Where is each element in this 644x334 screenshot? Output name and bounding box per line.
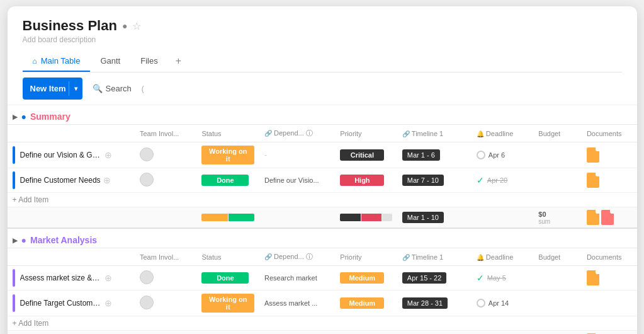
doc-cell <box>582 266 637 291</box>
summary-team-cell <box>135 207 196 229</box>
row-name-cell: Define Customer Needs ⊕ <box>8 168 135 193</box>
expand-icon-summary[interactable]: ▶ <box>13 113 18 120</box>
dep-text: Define our Visio... <box>264 176 319 184</box>
col-header-documents: Documents <box>582 248 637 266</box>
table-row: Define our Vision & Goals ⊕ Working on i… <box>8 142 637 168</box>
row-name[interactable]: Define Customer Needs <box>20 176 101 185</box>
priority-badge[interactable]: Medium <box>340 297 384 309</box>
col-header-dep: 🔗Depend... ⓘ <box>259 248 335 266</box>
doc-cell <box>582 142 637 168</box>
deadline-check: ✓ <box>477 175 484 185</box>
priority-badge[interactable]: Medium <box>340 272 384 284</box>
tab-add[interactable]: + <box>168 50 189 72</box>
col-header-status: Status <box>196 125 259 142</box>
add-item-row-summary[interactable]: + Add Item <box>8 193 637 207</box>
col-header-status: Status <box>196 248 259 266</box>
status-cell[interactable]: Done <box>196 168 259 193</box>
section-market: ▶ ● Market Analysis Team Invol... Status… <box>8 228 637 334</box>
status-badge[interactable]: Working on it <box>201 146 254 164</box>
priority-bar <box>340 214 392 221</box>
status-badge[interactable]: Done <box>201 272 249 284</box>
expand-icon-market[interactable]: ▶ <box>13 237 18 244</box>
status-badge[interactable]: Done <box>201 175 249 186</box>
tab-main-table[interactable]: ⌂ Main Table <box>23 51 91 72</box>
row-indicator <box>13 269 15 287</box>
deadline-value: May 5 <box>487 274 506 282</box>
row-name-cell: Assess market size & scope ⊕ <box>8 266 135 291</box>
timeline-cell: Mar 7 - 10 <box>397 168 472 193</box>
budget-cell <box>533 168 582 193</box>
team-cell <box>135 168 196 193</box>
status-cell[interactable]: Working on it <box>196 291 259 316</box>
summary-status-bar <box>196 207 259 229</box>
search-button[interactable]: 🔍 Search <box>88 80 137 97</box>
avatar <box>140 173 154 187</box>
deadline-circle <box>477 151 485 159</box>
new-item-button[interactable]: New Item ▾ <box>23 78 82 100</box>
search-label: Search <box>106 84 132 93</box>
add-row-icon[interactable]: ⊕ <box>103 175 111 185</box>
status-badge[interactable]: Working on it <box>201 294 254 313</box>
doc-icon[interactable] <box>601 210 614 225</box>
add-item-label[interactable]: + Add Item <box>8 193 637 207</box>
summary-deadline-cell <box>472 207 533 229</box>
budget-cell <box>533 266 582 291</box>
add-item-label[interactable]: + Add Item <box>8 316 637 331</box>
timeline-cell: Mar 1 - 6 <box>397 142 472 168</box>
summary-doc-cell <box>582 331 637 335</box>
row-name[interactable]: Assess market size & scope <box>20 274 102 282</box>
row-indicator <box>13 146 15 164</box>
doc-icon[interactable] <box>587 210 599 225</box>
table-area: ▶ ● Summary Team Invol... Status 🔗Depend… <box>8 105 637 334</box>
row-name-cell: Define Target Customer & Need ⊕ <box>8 291 135 316</box>
status-cell[interactable]: Working on it <box>196 142 259 168</box>
section-name-summary[interactable]: Summary <box>30 112 71 122</box>
doc-icon[interactable] <box>587 270 599 285</box>
deadline-cell: Apr 6 <box>472 142 533 168</box>
add-row-icon[interactable]: ⊕ <box>105 273 112 283</box>
tab-gantt[interactable]: Gantt <box>90 51 130 72</box>
info-icon[interactable]: ● <box>122 21 127 31</box>
table-row: Define Target Customer & Need ⊕ Working … <box>8 291 637 316</box>
priority-badge[interactable]: High <box>340 175 384 186</box>
bar-segment <box>340 214 360 221</box>
dep-text: Research market <box>264 274 317 282</box>
section-name-market[interactable]: Market Analysis <box>30 235 97 245</box>
add-row-icon[interactable]: ⊕ <box>105 298 112 308</box>
add-item-row-market[interactable]: + Add Item <box>8 316 637 331</box>
dep-cell: Assess market ... <box>259 291 335 316</box>
col-header-timeline: 🔗Timeline 1 <box>397 248 472 266</box>
row-name[interactable]: Define our Vision & Goals <box>20 151 102 159</box>
doc-icon[interactable] <box>587 147 599 163</box>
row-name[interactable]: Define Target Customer & Need <box>20 299 102 308</box>
col-headers-summary: Team Invol... Status 🔗Depend... ⓘ Priori… <box>8 125 637 142</box>
col-header-priority: Priority <box>335 125 397 142</box>
board-subtitle[interactable]: Add board description <box>23 35 622 44</box>
priority-cell[interactable]: High <box>335 168 397 193</box>
title-row: Business Plan ● ☆ <box>23 18 622 34</box>
priority-cell[interactable]: Medium <box>335 266 397 291</box>
priority-cell[interactable]: Medium <box>335 291 397 316</box>
col-header-name <box>8 125 135 142</box>
summary-status-bar <box>196 331 259 335</box>
priority-cell[interactable]: Critical <box>335 142 397 168</box>
new-item-arrow[interactable]: ▾ <box>69 81 82 96</box>
dep-cell: Define our Visio... <box>259 168 335 193</box>
tab-gantt-label: Gantt <box>100 56 120 66</box>
add-row-icon[interactable]: ⊕ <box>105 150 112 160</box>
status-cell[interactable]: Done <box>196 266 259 291</box>
summary-name-cell <box>8 207 135 229</box>
doc-cell <box>582 168 637 193</box>
priority-badge[interactable]: Critical <box>340 149 384 161</box>
star-icon[interactable]: ☆ <box>132 20 141 32</box>
bar-segment <box>201 214 227 221</box>
section-summary: ▶ ● Summary Team Invol... Status 🔗Depend… <box>8 105 637 228</box>
home-icon: ⌂ <box>33 57 37 66</box>
summary-bar-row-market: Mar 28 - Apr 22 $0 sum <box>8 331 637 335</box>
summary-budget-cell: $0 sum <box>533 207 582 229</box>
summary-deadline-cell <box>472 331 533 335</box>
doc-cell <box>582 291 637 316</box>
tab-files[interactable]: Files <box>130 51 167 72</box>
tab-main-table-label: Main Table <box>41 56 81 66</box>
doc-icon[interactable] <box>587 173 599 188</box>
